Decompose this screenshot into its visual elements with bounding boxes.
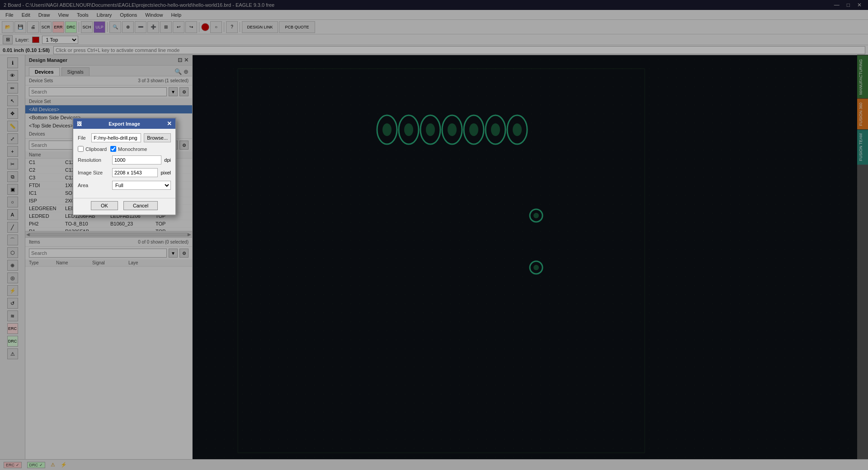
resolution-label: Resolution	[78, 157, 109, 163]
dialog-titlebar: 🖼 Export Image ✕	[73, 118, 175, 129]
dialog-close-button[interactable]: ✕	[167, 120, 172, 127]
monochrome-checkbox[interactable]	[110, 146, 116, 152]
image-size-input[interactable]	[112, 168, 158, 177]
image-size-label: Image Size	[78, 170, 109, 175]
file-label: File	[78, 135, 89, 141]
dialog-body: File Browse... Clipboard Monochrome Reso…	[73, 129, 175, 198]
export-dialog: 🖼 Export Image ✕ File Browse... Clipboar…	[72, 118, 176, 216]
resolution-row: Resolution dpi	[78, 155, 171, 164]
area-row: Area Full Window Selection	[78, 181, 171, 190]
cancel-button[interactable]: Cancel	[123, 201, 158, 210]
clipboard-checkbox[interactable]	[78, 146, 84, 152]
ok-button[interactable]: OK	[91, 201, 118, 210]
clipboard-label: Clipboard	[85, 146, 107, 152]
monochrome-group: Monochrome	[110, 146, 147, 152]
dialog-icon: 🖼	[77, 121, 82, 127]
clipboard-group: Clipboard	[78, 146, 107, 152]
monochrome-label: Monochrome	[118, 146, 147, 152]
area-label: Area	[78, 183, 109, 188]
file-row: File Browse...	[78, 133, 171, 142]
image-size-unit: pixel	[160, 170, 171, 175]
area-select[interactable]: Full Window Selection	[112, 181, 171, 190]
image-size-row: Image Size pixel	[78, 168, 171, 177]
resolution-unit: dpi	[164, 157, 171, 163]
resolution-input[interactable]	[112, 155, 161, 164]
dialog-buttons: OK Cancel	[73, 198, 175, 215]
browse-button[interactable]: Browse...	[144, 133, 171, 142]
file-input[interactable]	[91, 133, 141, 142]
dialog-title: Export Image	[108, 121, 140, 127]
options-row: Clipboard Monochrome	[78, 146, 171, 152]
dialog-overlay: 🖼 Export Image ✕ File Browse... Clipboar…	[0, 0, 868, 470]
